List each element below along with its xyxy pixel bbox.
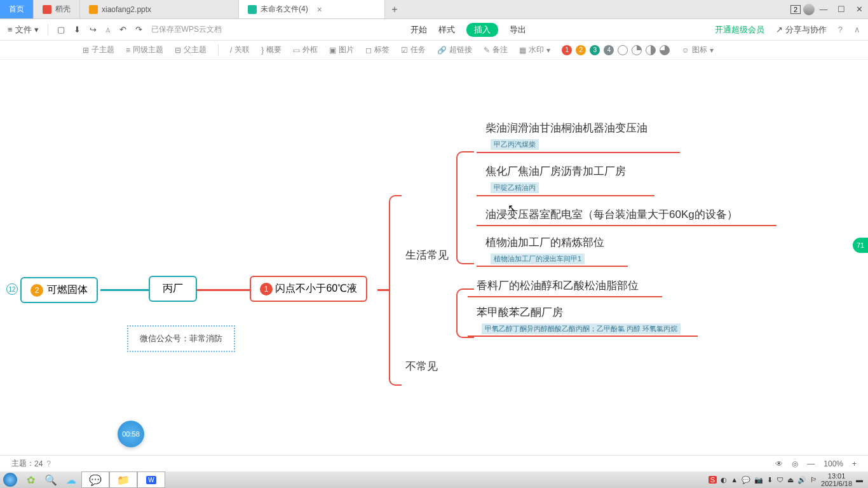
task-icon[interactable]: ✿ (20, 471, 41, 488)
tab-active[interactable]: 未命名文件(4)× (239, 0, 385, 18)
rb-task[interactable]: ☑ 任务 (401, 44, 426, 55)
cloud-icon[interactable]: ☁ (61, 471, 81, 488)
tab-label: 稻壳 (55, 4, 71, 15)
menu-style[interactable]: 样式 (438, 24, 455, 36)
wps-icon[interactable]: W (137, 471, 165, 488)
progress-bubble[interactable]: 71 (853, 238, 868, 253)
connector (100, 289, 149, 291)
show-desktop[interactable]: ▬ (856, 476, 863, 484)
leaf-node[interactable]: 苯甲酸苯乙酮厂房 (477, 305, 563, 320)
node-flashpoint[interactable]: 1 闪点不小于60℃液 (250, 276, 367, 302)
tab-docer[interactable]: 稻壳 (34, 0, 80, 18)
priority-dots[interactable]: 1234 (562, 45, 670, 55)
leaf-node[interactable]: 柴油润滑油甘油桐油机器油变压油 (485, 121, 648, 135)
window-controls: 2 — ☐ ✕ (790, 0, 868, 18)
search-icon[interactable]: 🔍 (41, 471, 61, 488)
tray-icon[interactable]: ◐ (721, 476, 727, 484)
leaf-node[interactable]: 香料厂的松油醇和乙酸松油脂部位 (477, 278, 639, 293)
connector (377, 289, 389, 291)
branch-common[interactable]: 生活常见 (405, 248, 449, 262)
tray-icon[interactable]: 🏳 (810, 476, 817, 484)
start-button[interactable] (0, 471, 20, 488)
menu-start[interactable]: 开始 (410, 24, 427, 36)
new-tab-button[interactable]: + (385, 0, 404, 18)
leaf-node[interactable]: 焦化厂焦油厂房沥青加工厂房 (485, 164, 626, 179)
docer-icon (43, 5, 51, 14)
premium-link[interactable]: 开通超级会员 (715, 24, 764, 36)
explorer-icon[interactable]: 📁 (109, 471, 137, 488)
tray-icon[interactable]: ▲ (731, 476, 738, 484)
zoom-in[interactable]: + (852, 459, 857, 468)
target-icon[interactable]: ◎ (792, 459, 798, 468)
tab-label: 未命名文件(4) (261, 4, 308, 15)
rb-frame[interactable]: ▭ 外框 (293, 44, 318, 55)
format-icon[interactable]: ⟑ (105, 25, 111, 34)
rb-link[interactable]: 🔗 超链接 (437, 44, 472, 55)
leaf-node[interactable]: 植物油加工厂的精炼部位 (485, 235, 604, 250)
bracket (456, 151, 474, 264)
leaf-node[interactable]: 油浸变压器室配电室（每台装油量大于60Kg的设备） (485, 207, 738, 222)
underline (468, 296, 662, 297)
rb-parent[interactable]: ⊟ 父主题 (175, 44, 207, 55)
redo-icon[interactable]: ↷ (135, 25, 142, 34)
file-menu[interactable]: ≡ 文件 ▾ (8, 24, 39, 36)
help-icon[interactable]: ? (838, 25, 843, 34)
tab-bar: 首页 稻壳 xiaofang2.pptx 未命名文件(4)× + 2 — ☐ ✕ (0, 0, 868, 19)
tray-icon[interactable]: ⏏ (787, 476, 794, 484)
leaf-tag: 甲氧乙醇丁酮异丙醇醋酸乙酯丙酮；乙甲酚氯 丙醇 环氧氯丙烷 (482, 323, 681, 334)
system-tray[interactable]: S ◐ ▲ 💬 📷 ⬇ 🛡 ⏏ 🔊 🏳 13:012021/6/18 ▬ (709, 472, 868, 487)
eye-icon[interactable]: 👁 (775, 459, 783, 468)
tab-pptx[interactable]: xiaofang2.pptx (80, 0, 239, 18)
clock[interactable]: 13:012021/6/18 (821, 472, 852, 487)
zoom-out[interactable]: — (807, 459, 815, 468)
rb-summary[interactable]: } 概要 (261, 44, 281, 55)
node-bingchang[interactable]: 丙厂 (149, 276, 197, 302)
rb-peer[interactable]: ≡ 同级主题 (126, 44, 163, 55)
underline (477, 225, 776, 226)
rb-picture[interactable]: ▣ 图片 (329, 44, 354, 55)
close-button[interactable]: ✕ (850, 0, 868, 19)
tray-icon[interactable]: ⬇ (767, 476, 773, 484)
theme-label: 主题： (11, 458, 34, 469)
ppt-icon (89, 5, 98, 14)
rb-icon[interactable]: ☺ 图标 ▾ (681, 44, 713, 55)
underline (477, 152, 680, 153)
underline (468, 336, 698, 337)
rb-watermark[interactable]: ▦ 水印 ▾ (519, 44, 550, 55)
node-root[interactable]: 2可燃固体 (20, 277, 98, 303)
help-icon[interactable]: ? (46, 459, 51, 468)
maximize-button[interactable]: ☐ (832, 0, 850, 19)
ribbon: ⊞ 子主题 ≡ 同级主题 ⊟ 父主题 / 关联 } 概要 ▭ 外框 ▣ 图片 ◻… (0, 41, 868, 60)
close-icon[interactable]: × (317, 4, 322, 15)
count-badge: 2 (790, 5, 801, 14)
export-icon[interactable]: ↪ (90, 25, 97, 34)
new-icon[interactable]: ▢ (57, 25, 65, 34)
download-icon[interactable]: ⬇ (74, 25, 81, 34)
menu-insert[interactable]: 插入 (466, 23, 498, 37)
branch-uncommon[interactable]: 不常见 (405, 359, 438, 374)
undo-icon[interactable]: ↶ (119, 25, 126, 34)
tray-icon[interactable]: 💬 (742, 476, 750, 484)
rb-note[interactable]: ✎ 备注 (484, 44, 508, 55)
mindmap-canvas[interactable]: 12 2可燃固体 丙厂 1 闪点不小于60℃液 微信公众号：菲常消防 生活常见 … (0, 60, 868, 455)
rb-relation[interactable]: / 关联 (230, 44, 250, 55)
rb-subtopic[interactable]: ⊞ 子主题 (83, 44, 114, 55)
node-label: 闪点不小于60℃液 (275, 283, 357, 294)
theme-count: 24 (34, 459, 43, 468)
mindmap-icon (248, 5, 257, 14)
tray-icon[interactable]: 🔊 (797, 476, 806, 484)
share-button[interactable]: ↗ 分享与协作 (776, 24, 827, 36)
note-box[interactable]: 微信公众号：菲常消防 (127, 325, 235, 352)
rb-tag[interactable]: ◻ 标签 (365, 44, 390, 55)
collapse-icon[interactable]: ∧ (854, 25, 860, 34)
tray-icon[interactable]: 📷 (754, 476, 763, 484)
menu-export[interactable]: 导出 (510, 24, 526, 36)
tab-home[interactable]: 首页 (0, 0, 34, 18)
tray-icon[interactable]: 🛡 (776, 476, 783, 484)
root-number: 12 (6, 283, 18, 295)
timer-bubble[interactable]: 00:58 (118, 421, 144, 447)
wechat-icon[interactable]: 💬 (81, 471, 109, 488)
avatar[interactable] (803, 4, 815, 15)
tray-icon[interactable]: S (709, 476, 717, 484)
minimize-button[interactable]: — (815, 0, 832, 19)
